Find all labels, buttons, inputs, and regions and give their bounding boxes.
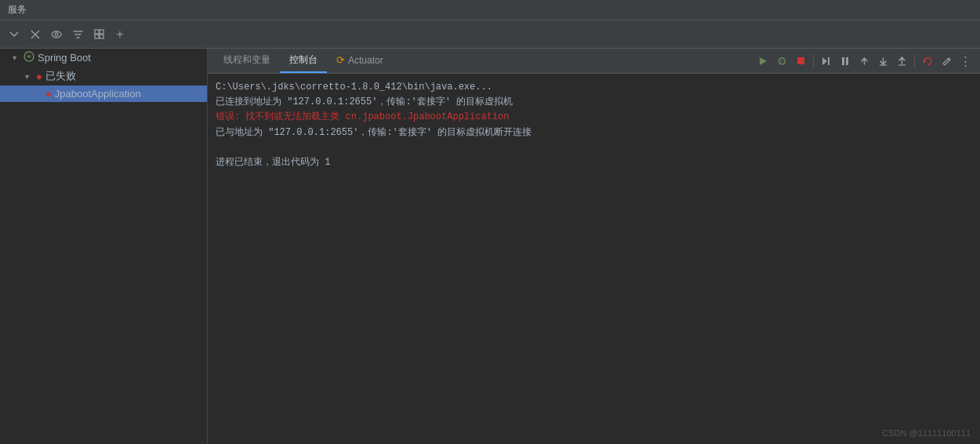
right-panel: 线程和变量 控制台 ⟳ Actuator	[208, 49, 980, 444]
spring-boot-icon	[24, 51, 34, 64]
close-button[interactable]	[27, 26, 44, 43]
tree-item-spring-boot[interactable]: ▾ Spring Boot	[0, 49, 207, 67]
console-line-3: 已与地址为 "127.0.0.1:2655'，传输:'套接字' 的目标虚拟机断开…	[216, 126, 972, 140]
svg-rect-15	[846, 57, 848, 65]
console-line-5: 进程已结束，退出代码为 1	[216, 155, 972, 170]
layout-button[interactable]	[90, 26, 108, 43]
download-button[interactable]	[874, 53, 891, 70]
title-text: 服务	[8, 3, 27, 16]
tab-bar-actions: ⋮	[754, 53, 974, 70]
tab-console[interactable]: 控制台	[280, 49, 327, 73]
watermark: CSDN @11111100111	[882, 428, 971, 438]
eye-button[interactable]	[47, 26, 66, 43]
tree-item-app[interactable]: ● JpabootApplication	[0, 86, 207, 102]
svg-rect-11	[797, 57, 804, 64]
console-line-2: 错误: 找不到或无法加载主类 cn.jpaboot.JpabootApplica…	[216, 110, 972, 125]
sep1	[813, 54, 814, 68]
toolbar: +	[0, 20, 980, 49]
svg-rect-7	[100, 35, 103, 38]
main-content: ▾ Spring Boot ▾ ● 已失败 ● JpabootApplicati…	[0, 49, 980, 444]
run-button[interactable]	[754, 53, 771, 70]
tab-threads[interactable]: 线程和变量	[214, 49, 280, 73]
svg-rect-5	[100, 30, 103, 34]
tab-bar: 线程和变量 控制台 ⟳ Actuator	[208, 49, 980, 74]
svg-rect-6	[95, 35, 99, 38]
filter-button[interactable]	[69, 26, 87, 43]
sep2	[914, 54, 915, 68]
title-bar: 服务	[0, 0, 980, 20]
debug-button[interactable]	[773, 53, 790, 70]
svg-marker-12	[822, 57, 827, 65]
upload-button[interactable]	[893, 53, 910, 70]
svg-rect-14	[842, 57, 844, 65]
step-up-button[interactable]	[855, 53, 873, 70]
svg-point-2	[52, 31, 61, 38]
console-line-1: 已连接到地址为 "127.0.0.1:2655'，传输:'套接字' 的目标虚拟机	[216, 95, 972, 110]
add-button[interactable]: +	[111, 26, 129, 43]
console-output: C:\Users\.jdks\corretto-1.8.0_412\bin\ja…	[208, 74, 980, 444]
collapse-all-button[interactable]	[5, 26, 24, 43]
stop-button[interactable]	[792, 53, 809, 70]
svg-rect-4	[95, 30, 99, 34]
tree-item-failed[interactable]: ▾ ● 已失败	[0, 67, 207, 86]
svg-marker-9	[760, 57, 767, 65]
edit-button[interactable]	[938, 53, 955, 70]
arrow-spring-boot: ▾	[13, 53, 20, 62]
app-error-icon: ●	[45, 88, 52, 100]
app-label: JpabootApplication	[55, 88, 141, 100]
reload-button[interactable]	[919, 53, 936, 70]
failed-error-icon: ●	[36, 71, 42, 82]
arrow-failed: ▾	[25, 72, 33, 81]
console-line-4	[216, 140, 972, 155]
console-line-0: C:\Users\.jdks\corretto-1.8.0_412\bin\ja…	[216, 80, 972, 95]
resume-button[interactable]	[818, 53, 835, 70]
tab-actuator[interactable]: ⟳ Actuator	[327, 49, 393, 72]
failed-label: 已失败	[45, 69, 76, 83]
pause-button[interactable]	[837, 53, 854, 70]
more-button[interactable]: ⋮	[956, 53, 974, 70]
actuator-debug-icon: ⟳	[336, 54, 345, 66]
svg-point-3	[55, 33, 58, 36]
left-panel: ▾ Spring Boot ▾ ● 已失败 ● JpabootApplicati…	[0, 49, 208, 444]
spring-boot-label: Spring Boot	[38, 52, 91, 64]
